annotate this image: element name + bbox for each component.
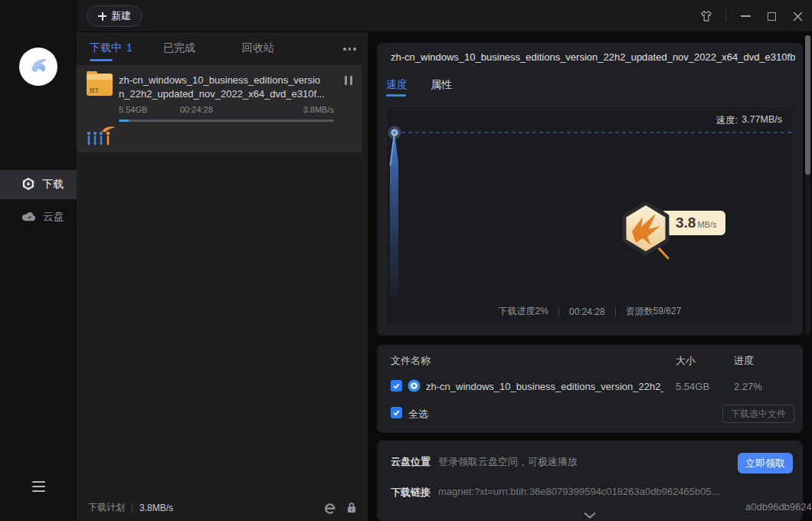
avatar[interactable]	[19, 48, 57, 86]
select-all-checkbox[interactable]	[391, 407, 402, 418]
file-row-size: 5.54GB	[676, 381, 709, 392]
progress-bar-fill	[119, 120, 129, 122]
list-statusbar: 下载计划 3.8MB/s	[77, 494, 368, 521]
window-controls	[699, 0, 804, 32]
select-all-label[interactable]: 全选	[408, 408, 428, 421]
hash-overflow-text: a0db96db9624	[745, 501, 812, 513]
maximize-icon[interactable]	[765, 9, 778, 23]
app-window: 下载 云盘 新建	[0, 0, 812, 521]
column-header-name: 文件名称	[391, 354, 431, 368]
magnet-link-value[interactable]: magnet:?xt=urn:btih:36e8079399594c018263…	[438, 486, 760, 497]
column-header-size: 大小	[676, 354, 696, 368]
active-tab-underline	[90, 59, 113, 61]
progress-bar	[119, 120, 334, 122]
file-checkbox[interactable]	[391, 380, 402, 392]
tab-completed[interactable]: 已完成	[163, 41, 195, 55]
chevron-down-icon[interactable]	[584, 508, 596, 521]
tab-label: 回收站	[242, 41, 274, 55]
stat-resources: 资源数59/627	[626, 305, 682, 318]
list-tabs: 下载中 1 已完成 回收站	[77, 32, 368, 64]
file-row-name[interactable]: zh-cn_windows_10_business_editions_versi…	[426, 381, 663, 392]
tab-downloading[interactable]: 下载中 1	[90, 41, 133, 55]
tab-label: 下载中	[90, 41, 122, 55]
download-task-item[interactable]: BT zh-cn_windows_10_business_editions_ve…	[77, 65, 362, 152]
new-task-button[interactable]: 新建	[87, 5, 142, 27]
tab-properties[interactable]: 属性	[431, 78, 452, 92]
peer-boost-icons	[85, 126, 116, 151]
tab-count-badge: 1	[126, 41, 133, 55]
bt-folder-icon: BT	[87, 74, 113, 96]
ie-engine-icon[interactable]	[323, 501, 336, 517]
sidebar-item-cloud[interactable]: 云盘	[0, 202, 77, 231]
pause-icon[interactable]	[345, 76, 352, 85]
claim-now-button[interactable]: 立即领取	[738, 453, 793, 473]
download-selected-button[interactable]: 下载选中文件	[722, 405, 794, 423]
tab-trash[interactable]: 回收站	[242, 41, 274, 55]
download-plan-label[interactable]: 下载计划	[88, 501, 125, 514]
detail-active-tab-underline	[386, 94, 406, 97]
cloud-icon	[21, 211, 36, 224]
tab-speed[interactable]: 速度	[386, 78, 408, 92]
plus-icon	[98, 12, 106, 21]
chart-stats-row: 下载进度2% 00:24:28 资源数59/627	[387, 305, 793, 318]
iso-disc-icon	[408, 379, 421, 395]
cloud-login-hint: 登录领取云盘空间，可极速播放	[438, 455, 578, 469]
stat-progress: 下载进度2%	[499, 305, 548, 318]
minimize-icon[interactable]	[738, 9, 752, 23]
download-hexagon-icon	[21, 177, 35, 193]
hamburger-menu-icon[interactable]	[32, 481, 45, 492]
task-elapsed: 00:24:28	[180, 105, 213, 114]
titlebar: 新建	[77, 0, 812, 32]
statusbar-speed: 3.8MB/s	[139, 503, 173, 513]
file-row-progress: 2.27%	[734, 381, 762, 392]
lock-icon[interactable]	[346, 501, 357, 517]
stats-divider	[615, 307, 616, 316]
thunder-bird-logo-icon	[25, 51, 52, 82]
cloud-location-label: 云盘位置	[391, 455, 431, 469]
detail-scrollbar-thumb[interactable]	[805, 35, 810, 175]
task-name: zh-cn_windows_10_business_editions_versi…	[119, 74, 333, 101]
new-task-label: 新建	[111, 9, 131, 23]
stats-divider	[558, 307, 559, 316]
speed-chart: 速度: 3.77MB/s 3.8 MB/s	[386, 106, 794, 326]
download-link-label: 下载链接	[391, 486, 431, 500]
column-header-progress: 进度	[734, 354, 754, 368]
skin-shirt-icon[interactable]	[699, 9, 713, 23]
sidebar: 下载 云盘	[0, 0, 77, 521]
task-size: 5.54GB	[119, 105, 147, 114]
detail-task-title: zh-cn_windows_10_business_editions_versi…	[391, 51, 795, 63]
task-speed: 3.8MB/s	[303, 105, 334, 114]
controls-divider	[725, 11, 726, 21]
bird-badge-icon	[619, 201, 673, 262]
sidebar-item-download[interactable]: 下载	[0, 170, 77, 199]
sidebar-item-label: 云盘	[43, 210, 64, 224]
tab-label: 已完成	[163, 41, 195, 55]
statusbar-divider	[132, 503, 133, 513]
stat-elapsed: 00:24:28	[569, 306, 605, 317]
more-options-icon[interactable]	[343, 48, 356, 51]
speed-bird-badge: 3.8 MB/s	[619, 201, 742, 256]
task-list-panel: 下载中 1 已完成 回收站 BT zh-cn_windows_10_busine…	[77, 32, 368, 521]
close-icon[interactable]	[791, 9, 804, 23]
sidebar-item-label: 下载	[42, 178, 64, 192]
